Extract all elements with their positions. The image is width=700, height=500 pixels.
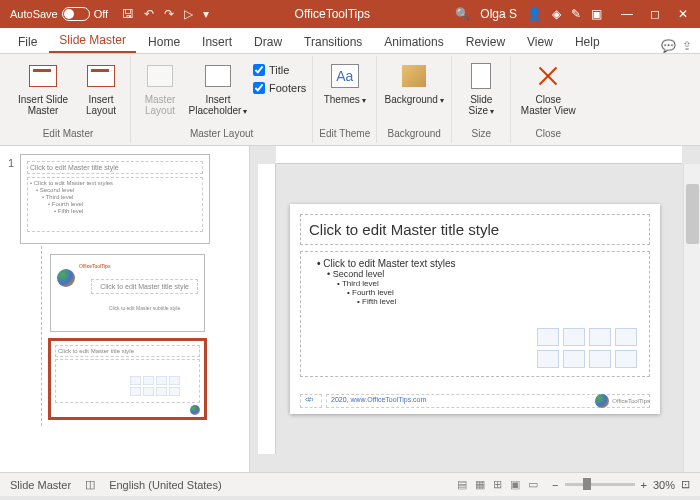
content-type-icons[interactable] [537,328,637,368]
vertical-ruler[interactable] [258,164,276,454]
maximize-button[interactable]: ◻ [642,4,668,24]
footers-checkbox[interactable]: Footers [253,80,306,96]
3d-icon[interactable] [615,328,637,346]
title-check-label: Title [269,64,289,76]
share-icon[interactable]: ⇪ [682,39,692,53]
icon-icon[interactable] [615,350,637,368]
redo-icon[interactable]: ↷ [164,7,174,21]
layout-thumbnail-1[interactable]: OfficeToolTips Click to edit Master titl… [50,254,205,332]
themes-label: Themes [324,94,360,105]
diamond-icon[interactable]: ◈ [552,7,561,21]
insert-placeholder-button[interactable]: Insert Placeholder▾ [187,58,249,119]
brand-logo: OfficeToolTips [595,394,650,408]
insert-slide-master-label: Insert Slide Master [14,94,72,116]
group-close: Close Master View Close [511,56,585,143]
tab-home[interactable]: Home [138,31,190,53]
title-bar: AutoSave Off 🖫 ↶ ↷ ▷ ▾ OfficeToolTips 🔍 … [0,0,700,28]
insert-layout-label: Insert Layout [80,94,122,116]
size-group-label: Size [472,128,491,141]
online-picture-icon[interactable] [563,350,585,368]
slide-size-button[interactable]: Slide Size▾ [458,58,504,119]
window-controls: — ◻ ✕ [614,4,696,24]
close-button[interactable]: ✕ [670,4,696,24]
comments-icon[interactable]: 💬 [661,39,676,53]
tab-draw[interactable]: Draw [244,31,292,53]
tab-insert[interactable]: Insert [192,31,242,53]
tab-help[interactable]: Help [565,31,610,53]
start-slideshow-icon[interactable]: ▷ [184,7,193,21]
bullet-l1: Click to edit Master text styles [309,258,641,269]
group-background: Background▾ Background [377,56,452,143]
autosave-toggle[interactable]: AutoSave Off [4,7,114,21]
video-icon[interactable] [589,350,611,368]
minimize-button[interactable]: — [614,4,640,24]
vertical-scrollbar[interactable] [683,164,700,472]
tab-slide-master[interactable]: Slide Master [49,29,136,53]
save-icon[interactable]: 🖫 [122,7,134,21]
background-button[interactable]: Background▾ [383,58,445,108]
status-bar: Slide Master ◫ English (United States) ▤… [0,472,700,496]
user-avatar-icon[interactable]: 👤 [527,7,542,21]
slide-number-placeholder[interactable]: ‹#› [300,394,322,408]
view-mode-label[interactable]: Slide Master [10,479,71,491]
bullet-l2: Second level [309,269,641,279]
ribbon-tabs: File Slide Master Home Insert Draw Trans… [0,28,700,54]
search-icon[interactable]: 🔍 [455,7,470,21]
table-icon[interactable] [537,328,559,346]
tab-transitions[interactable]: Transitions [294,31,372,53]
language-label[interactable]: English (United States) [109,479,222,491]
accessibility-icon[interactable]: ◫ [85,478,95,491]
title-checkbox[interactable]: Title [253,62,306,78]
slideshow-view-icon[interactable]: ▭ [528,478,538,491]
reading-view-icon[interactable]: ▣ [510,478,520,491]
normal-view-icon[interactable]: ▦ [475,478,485,491]
slide-editor[interactable]: Click to edit Master title style Click t… [250,146,700,472]
tab-file[interactable]: File [8,31,47,53]
layout-icon [87,65,115,87]
title-placeholder[interactable]: Click to edit Master title style [300,214,650,245]
sorter-view-icon[interactable]: ⊞ [493,478,502,491]
window-icon[interactable]: ▣ [591,7,602,21]
tab-review[interactable]: Review [456,31,515,53]
qat-dropdown-icon[interactable]: ▾ [203,7,209,21]
master-number: 1 [8,154,20,464]
master-layout-icon [147,65,173,87]
master-thumbnail[interactable]: Click to edit Master title style • Click… [20,154,210,244]
themes-button[interactable]: Aa Themes▾ [322,58,368,108]
user-name[interactable]: Olga S [480,7,517,21]
zoom-out-button[interactable]: − [552,479,558,491]
slide-canvas[interactable]: Click to edit Master title style Click t… [290,204,660,414]
tab-view[interactable]: View [517,31,563,53]
close-icon [536,64,560,88]
insert-layout-button[interactable]: Insert Layout [78,58,124,118]
logo-icon [595,394,609,408]
close-master-view-button[interactable]: Close Master View [517,58,579,118]
smartart-icon[interactable] [589,328,611,346]
group-edit-master: Insert Slide Master Insert Layout Edit M… [6,56,131,143]
picture-icon[interactable] [537,350,559,368]
chevron-down-icon: ▾ [243,107,247,116]
tab-animations[interactable]: Animations [374,31,453,53]
content-placeholder[interactable]: Click to edit Master text styles Second … [300,251,650,377]
zoom-in-button[interactable]: + [641,479,647,491]
edit-theme-group-label: Edit Theme [319,128,370,141]
wand-icon[interactable]: ✎ [571,7,581,21]
tab-extras: 💬 ⇪ [661,39,692,53]
zoom-slider[interactable] [565,483,635,486]
bullet-l3: Third level [309,279,641,288]
window-title: OfficeToolTips [209,7,455,21]
scrollbar-thumb[interactable] [686,184,699,244]
insert-slide-master-button[interactable]: Insert Slide Master [12,58,74,118]
thumb-title: Click to edit Master title style [27,161,203,174]
fit-to-window-icon[interactable]: ⊡ [681,478,690,491]
close-master-label: Close Master View [519,94,577,116]
undo-icon[interactable]: ↶ [144,7,154,21]
autosave-label: AutoSave [10,8,58,20]
chart-icon[interactable] [563,328,585,346]
slide-size-icon [471,63,491,89]
notes-icon[interactable]: ▤ [457,478,467,491]
horizontal-ruler[interactable] [276,146,682,164]
zoom-level[interactable]: 30% [653,479,675,491]
layout-thumbnail-2[interactable]: Click to edit Master title style [50,340,205,418]
thumbnail-panel[interactable]: 1 Click to edit Master title style • Cli… [0,146,250,472]
